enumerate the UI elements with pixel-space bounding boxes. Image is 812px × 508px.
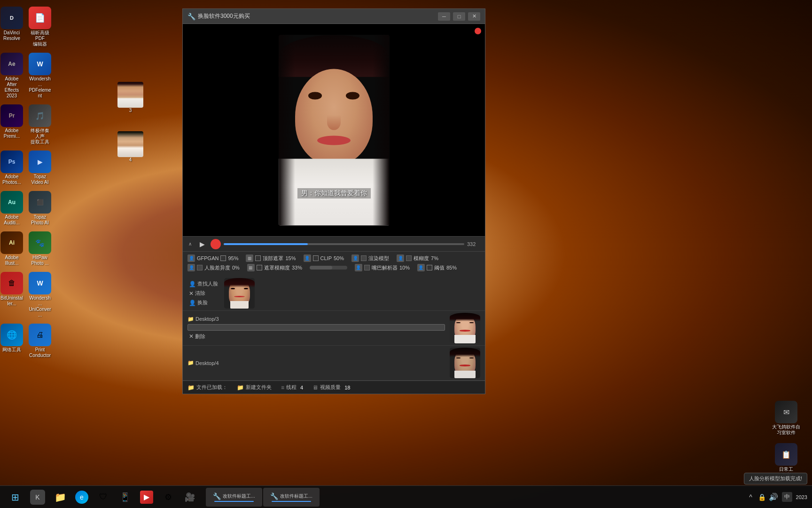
setting-progress-bar-item — [310, 266, 347, 270]
threads-value: 4 — [300, 385, 303, 390]
taskbar-active-app-2[interactable]: 🔧 改软件标题工... — [263, 488, 320, 507]
face-diff-checkbox[interactable] — [197, 265, 203, 270]
taskbar-active-app-1[interactable]: 🔧 改软件标题工... — [206, 488, 262, 507]
desktop-icon-internet[interactable]: 🌐 网络工具 — [0, 322, 25, 360]
app-window: 🔧 换脸软件3000元购买 ─ □ ✕ — [182, 8, 485, 394]
gfpgan-checkbox[interactable] — [220, 255, 226, 261]
playback-controls: ∧ ▶ 332 — [183, 236, 485, 251]
clip-value: 50% — [334, 255, 344, 261]
tray-network[interactable]: 🔒 — [757, 492, 767, 502]
video-quality-value: 18 — [344, 385, 350, 390]
setting-top-mask: ▦ 顶部遮罩 15% — [246, 254, 296, 262]
record-button[interactable] — [211, 239, 221, 249]
taskbar-clock[interactable]: 2023 — [796, 494, 807, 500]
blur-value: 7% — [431, 255, 438, 261]
desktop-icon-zhiji[interactable]: 🎵 终极伴奏人声提取工具 — [27, 103, 53, 147]
tray-sound[interactable]: 🔊 — [769, 492, 778, 502]
desktop-icon-topaz-photo[interactable]: ⬛ TopazPhoto AI — [27, 189, 53, 228]
desktop-icon-wondershare-pdf[interactable]: W Wondersh...PDFelement — [27, 51, 53, 101]
window-titlebar: 🔧 换脸软件3000元购买 ─ □ ✕ — [183, 9, 485, 24]
desktop-icon-audition[interactable]: Au Adobe Auditi... — [0, 189, 25, 228]
find-face-button[interactable]: 👤 查找人脸 — [187, 280, 219, 288]
setting-mask-blur: ▦ 遮罩模糊度 33% — [247, 264, 302, 271]
setting-gfpgan: 👤 GFPGAN 95% — [187, 254, 238, 262]
desktop-icon-photoshop[interactable]: Ps Adobe Photos... — [0, 149, 25, 187]
collapse-button[interactable]: ∧ — [187, 240, 194, 247]
face-item-1-controls: 👤 查找人脸 ✕ 清除 👤 换脸 — [187, 280, 219, 307]
settings-row-2: 👤 人脸差异度 0% ▦ 遮罩模糊度 33% 👤 — [187, 264, 480, 271]
clip-checkbox[interactable] — [313, 255, 319, 261]
window-controls: ─ □ ✕ — [438, 12, 480, 21]
taskbar-file-explorer[interactable]: 📁 — [50, 488, 70, 507]
close-button[interactable]: ✕ — [468, 12, 480, 21]
taskbar-search[interactable]: K — [26, 488, 49, 507]
threshold-label: 阈值 — [434, 264, 445, 271]
desktop-icon-illustrator[interactable]: Ai Adobe Illust... — [0, 230, 25, 268]
top-mask-label: 顶部遮罩 — [263, 255, 283, 262]
maximize-button[interactable]: □ — [453, 12, 465, 21]
taskbar-settings[interactable]: ⚙ — [158, 488, 179, 507]
desktop-icon-face-4[interactable]: 4 — [113, 129, 148, 165]
threshold-checkbox[interactable] — [427, 265, 432, 270]
progress-bar-fill — [224, 243, 308, 245]
status-new-folder[interactable]: 📁 新建文件夹 — [237, 384, 272, 391]
setting-blur: 👤 模糊度 7% — [397, 254, 438, 262]
ime-area: 中 — [782, 492, 792, 502]
desktop-icon-feather[interactable]: ✉ 大飞鸽软件自习室软件 — [765, 399, 807, 437]
desktop-icons-left: D DaVinciResolve 📄 福昕高级PDF编辑器 Ae Adobe A… — [0, 0, 52, 423]
delete-face-2-button[interactable]: ✕ 删除 — [187, 333, 445, 341]
new-folder-icon: 📁 — [237, 384, 244, 391]
taskbar-phone-link[interactable]: 📱 — [115, 488, 135, 507]
setting-bar-fill — [310, 266, 332, 270]
desktop-icon-davinci[interactable]: D DaVinciResolve — [0, 5, 25, 49]
setting-bar — [310, 266, 347, 270]
desktop-icon-wondershare-uni[interactable]: W Wondersh...UniConver... — [27, 270, 53, 320]
settings-row-1: 👤 GFPGAN 95% ▦ 顶部遮罩 15% 👤 CLIP 50% � — [187, 254, 480, 262]
blur-checkbox[interactable] — [406, 255, 412, 261]
video-red-indicator — [475, 28, 481, 34]
render-model-checkbox[interactable] — [361, 255, 367, 261]
top-mask-checkbox[interactable] — [255, 255, 261, 261]
gfpgan-value: 95% — [228, 255, 238, 261]
top-mask-value: 15% — [285, 255, 296, 261]
mask-blur-checkbox[interactable] — [257, 265, 262, 270]
desktop-icon-bituninstaller[interactable]: 🗑 BitUninstaller... — [0, 270, 25, 320]
ime-toggle[interactable]: 中 — [782, 492, 792, 502]
clear-face-icon: ✕ — [189, 290, 194, 297]
minimize-button[interactable]: ─ — [438, 12, 450, 21]
threads-icon: ≡ — [281, 384, 284, 391]
progress-bar[interactable] — [224, 243, 464, 245]
face-item-2-path-label: 📁 Desktop/3 — [187, 316, 445, 322]
status-video-quality: 🖥 视频质量 18 — [312, 384, 350, 391]
window-title-text: 换脸软件3000元购买 — [198, 12, 438, 20]
taskbar-tray: ^ 🔒 🔊 中 2023 — [746, 492, 807, 502]
desktop-icon-fujisu-pdf[interactable]: 📄 福昕高级PDF编辑器 — [27, 5, 53, 49]
taskbar-browser[interactable]: e — [71, 488, 92, 507]
taskbar-antivirus[interactable]: 🛡 — [93, 488, 114, 507]
taskbar-camera[interactable]: 🎥 — [180, 488, 200, 507]
mask-blur-label: 遮罩模糊度 — [264, 264, 290, 271]
clear-face-button[interactable]: ✕ 清除 — [187, 289, 219, 297]
tray-chevron[interactable]: ^ — [746, 492, 756, 502]
desktop-icon-print-conductor[interactable]: 🖨 Print Conductor — [27, 322, 53, 360]
desktop-icon-topaz-video[interactable]: ▶ TopazVideo AI — [27, 149, 53, 187]
top-mask-icon: ▦ — [246, 254, 253, 262]
taskbar-start-button[interactable]: ⊞ — [5, 488, 25, 507]
frame-count: 332 — [467, 241, 481, 247]
taskbar-media-player[interactable]: ▶ — [136, 488, 157, 507]
threshold-value: 85% — [446, 265, 457, 270]
desktop-icon-hitpaw[interactable]: 🐾 HitPawPhoto ... — [27, 230, 53, 268]
desktop-icon-aftereffects[interactable]: Ae Adobe AfterEffects 2023 — [0, 51, 25, 101]
system-tray: ^ 🔒 🔊 — [746, 492, 778, 502]
notification-popup: 人脸分析模型加载完成! — [744, 473, 807, 484]
video-area: 男：你知道我曾爱着你 — [183, 24, 485, 236]
folder-icon-2: 📁 — [187, 316, 194, 322]
mouth-parser-checkbox[interactable] — [364, 265, 370, 270]
play-button[interactable]: ▶ — [196, 239, 208, 249]
desktop-icon-premiere[interactable]: Pr Adobe Premi... — [0, 103, 25, 147]
face-item-2-path-input[interactable] — [187, 324, 445, 331]
gfpgan-icon: 👤 — [187, 254, 195, 262]
desktop-icon-face-3[interactable]: 3 — [113, 80, 148, 115]
swap-face-button[interactable]: 👤 换脸 — [187, 299, 219, 307]
swap-face-icon: 👤 — [189, 300, 196, 306]
